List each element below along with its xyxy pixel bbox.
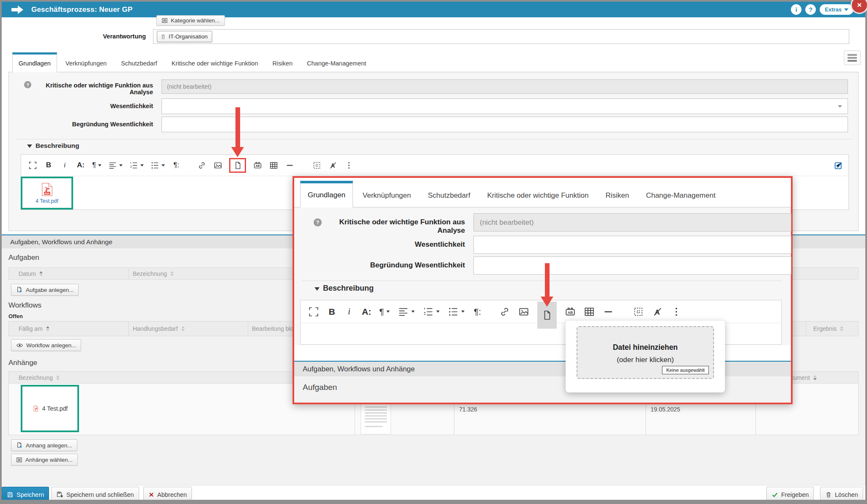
- kategorie-waehlen-button[interactable]: Kategorie wählen...: [156, 15, 225, 26]
- verantwortung-chip[interactable]: IT-Organisation: [157, 31, 212, 42]
- paragraph-icon[interactable]: ¶: [379, 305, 390, 319]
- extras-button[interactable]: Extras: [820, 4, 853, 15]
- font-size-icon[interactable]: A:: [362, 305, 371, 319]
- sort-icons[interactable]: [181, 326, 185, 331]
- file-dropzone[interactable]: Datei hineinziehen (oder hier klicken) K…: [577, 326, 714, 379]
- eye-icon: [16, 342, 23, 349]
- tab-schutzbedarf[interactable]: Schutzbedarf: [115, 52, 163, 72]
- abbrechen-button[interactable]: Abbrechen: [143, 487, 192, 502]
- image-icon[interactable]: [518, 305, 529, 319]
- tab-change-management[interactable]: Change-Management: [301, 52, 372, 72]
- bold-icon[interactable]: B: [327, 305, 336, 319]
- kritische-funktion-field: (nicht bearbeitet): [473, 213, 791, 232]
- speichern-button[interactable]: Speichern: [2, 487, 49, 502]
- column-header-datum[interactable]: Datum: [19, 270, 43, 277]
- fullscreen-icon[interactable]: [28, 158, 37, 172]
- keine-ausgewaehlt-button[interactable]: Keine ausgewählt: [662, 366, 709, 374]
- wesentlichkeit-select[interactable]: [473, 236, 791, 254]
- anhang-row-attachment[interactable]: 4 Test.pdf: [21, 385, 79, 432]
- aufgabe-anlegen-button[interactable]: Aufgabe anlegen...: [11, 284, 79, 296]
- sort-icons[interactable]: [56, 375, 60, 380]
- column-header-bezeichnung[interactable]: Bezeichnung: [19, 374, 60, 381]
- help-icon[interactable]: ?: [314, 218, 322, 226]
- select-cells-icon[interactable]: [312, 158, 321, 172]
- sort-icons[interactable]: [840, 326, 843, 331]
- align-icon[interactable]: [398, 305, 415, 319]
- embedded-pdf-attachment[interactable]: 4 Test.pdf: [21, 177, 73, 210]
- tab-schutzbedarf[interactable]: Schutzbedarf: [421, 181, 477, 207]
- tab-change-management[interactable]: Change-Management: [639, 181, 722, 207]
- italic-icon[interactable]: i: [60, 158, 69, 172]
- info-button[interactable]: i: [791, 4, 801, 15]
- abbreviation-icon[interactable]: [253, 158, 262, 172]
- bold-icon[interactable]: B: [44, 158, 53, 172]
- horizontal-rule-icon[interactable]: [285, 158, 294, 172]
- abbreviation-icon[interactable]: [565, 305, 576, 319]
- tab-risiken[interactable]: Risiken: [267, 52, 299, 72]
- beschreibung-section-toggle[interactable]: Beschreibung: [27, 142, 79, 150]
- link-icon[interactable]: [499, 305, 510, 319]
- italic-icon[interactable]: i: [345, 305, 354, 319]
- clear-format-icon[interactable]: [652, 305, 663, 319]
- select-cells-icon[interactable]: [633, 305, 644, 319]
- table-icon[interactable]: [584, 305, 595, 319]
- anhang-file-name: 4 Test.pdf: [42, 405, 68, 412]
- more-icon[interactable]: [344, 158, 353, 172]
- tab-grundlagen[interactable]: Grundlagen: [300, 181, 353, 207]
- freigeben-button[interactable]: Freigeben: [766, 487, 814, 502]
- tab-risiken[interactable]: Risiken: [598, 181, 636, 207]
- workflow-anlegen-label: Workflow anlegen...: [26, 342, 76, 349]
- table-icon[interactable]: [269, 158, 278, 172]
- document-thumbnail[interactable]: [361, 403, 391, 434]
- help-button[interactable]: ?: [805, 4, 816, 15]
- column-header-handlungsbedarf[interactable]: Handlungsbedarf: [133, 325, 185, 332]
- begruendung-input[interactable]: [473, 256, 791, 275]
- unordered-list-icon[interactable]: [150, 158, 165, 172]
- editor-checkbox[interactable]: [834, 161, 842, 169]
- tab-verknüpfungen[interactable]: Verknüpfungen: [356, 181, 418, 207]
- chevron-down-icon: [844, 8, 848, 11]
- clear-format-icon[interactable]: [328, 158, 337, 172]
- verantwortung-label: Verantwortung: [61, 33, 146, 40]
- horizontal-rule-icon[interactable]: [603, 305, 614, 319]
- sort-icons[interactable]: [170, 271, 174, 276]
- paragraph-styles-icon[interactable]: ¶:: [172, 158, 181, 172]
- loeschen-button[interactable]: Löschen: [820, 487, 863, 502]
- ordered-list-icon[interactable]: [423, 305, 440, 319]
- tab-kritische-oder-wichtige-funktion[interactable]: Kritische oder wichtige Funktion: [480, 181, 596, 207]
- list-icon: [16, 457, 22, 463]
- column-header-fällig-am[interactable]: Fällig am: [19, 325, 49, 332]
- font-size-icon[interactable]: A:: [76, 158, 85, 172]
- view-toggle-button[interactable]: [844, 50, 861, 65]
- more-icon[interactable]: [671, 305, 682, 319]
- beschreibung-section-toggle[interactable]: Beschreibung: [315, 284, 374, 293]
- sort-icons[interactable]: [813, 375, 817, 380]
- tab-verknüpfungen[interactable]: Verknüpfungen: [60, 52, 113, 72]
- verantwortung-field[interactable]: IT-Organisation: [153, 29, 849, 44]
- column-header-ergebnis[interactable]: Ergebnis: [813, 325, 843, 332]
- sort-icons[interactable]: [46, 326, 49, 331]
- dropzone-title: Datei hineinziehen: [577, 343, 713, 352]
- workflow-anlegen-button[interactable]: Workflow anlegen...: [11, 339, 81, 351]
- file-icon[interactable]: [537, 302, 557, 329]
- begruendung-input[interactable]: [161, 117, 848, 132]
- image-icon[interactable]: [213, 158, 222, 172]
- ordered-list-icon[interactable]: [129, 158, 144, 172]
- unordered-list-icon[interactable]: [448, 305, 465, 319]
- speichern-schliessen-button[interactable]: Speichern und schließen: [51, 487, 139, 502]
- link-icon[interactable]: [197, 158, 206, 172]
- column-header-bezeichnung[interactable]: Bezeichnung: [133, 270, 174, 277]
- help-icon[interactable]: ?: [24, 81, 31, 88]
- wesentlichkeit-select[interactable]: [161, 98, 848, 114]
- anhaenge-waehlen-button[interactable]: Anhänge wählen...: [11, 454, 78, 466]
- sort-icons[interactable]: [39, 271, 43, 276]
- file-icon[interactable]: [229, 158, 246, 173]
- align-icon[interactable]: [108, 158, 123, 172]
- anhang-anlegen-button[interactable]: Anhang anlegen...: [11, 439, 77, 451]
- tab-grundlagen[interactable]: Grundlagen: [12, 52, 57, 72]
- pdf-file-name: 4 Test.pdf: [36, 198, 58, 204]
- fullscreen-icon[interactable]: [308, 305, 319, 319]
- paragraph-icon[interactable]: ¶: [92, 158, 101, 172]
- paragraph-styles-icon[interactable]: ¶:: [473, 305, 482, 319]
- tab-kritische-oder-wichtige-funktion[interactable]: Kritische oder wichtige Funktion: [166, 52, 264, 72]
